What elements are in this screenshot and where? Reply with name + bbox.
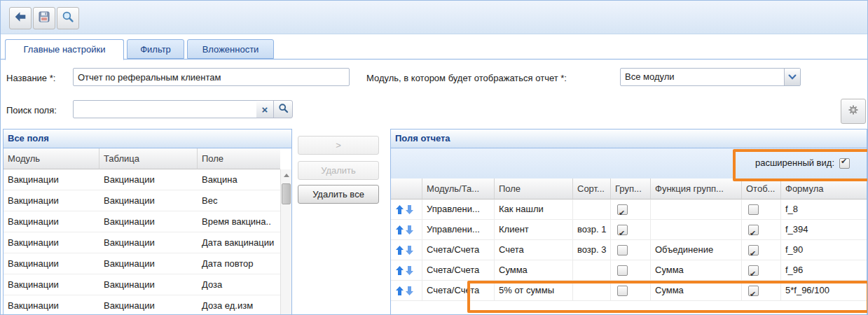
cell-module-table: Управлени... [422,200,495,219]
find-button[interactable] [57,7,79,29]
cell-table: Вакцинации [99,169,198,190]
table-row[interactable]: ВакцинацииВакцинацииВес [4,190,280,211]
back-button[interactable] [9,7,32,29]
advanced-view-label: расширенный вид: [755,158,834,168]
move-down-button[interactable] [406,286,413,295]
show-checkbox[interactable] [748,204,759,215]
table-row[interactable]: ВакцинацииВакцинацииДата вакцинации [4,232,280,253]
tabbar-baseline [1,59,867,59]
module-select-trigger[interactable] [784,69,800,85]
cell-module-table: Счета/Счета [422,281,495,300]
cell-module: Вакцинации [4,190,99,211]
settings-button[interactable] [841,99,866,124]
top-toolbar [1,1,867,34]
cell-table: Вакцинации [99,253,198,274]
all-fields-panel-title: Все поля [4,130,291,148]
delete-button[interactable]: Удалить [298,161,379,180]
cell-module-table: Счета/Счета [422,260,495,280]
cell-module: Вакцинации [4,169,99,190]
cell-group [611,281,651,300]
tab-filter[interactable]: Фильтр [127,39,184,59]
column-header-field[interactable]: Поле [198,148,280,169]
cell-field: Счета [495,240,573,260]
group-checkbox[interactable] [617,204,628,215]
move-up-button[interactable] [396,286,404,295]
scrollbar-thumb[interactable] [282,183,291,204]
table-row[interactable]: Управлени... Клиент возр. 1 f_394 [391,220,867,240]
move-right-button[interactable]: > [298,136,379,155]
cell-field: Дата вакцинации [198,232,280,253]
move-up-button[interactable] [396,246,404,255]
cell-table: Вакцинации [99,232,198,253]
move-up-button[interactable] [396,205,404,214]
magnifier-icon [62,10,74,26]
reorder-cell [391,240,422,260]
advanced-view-checkbox[interactable] [839,158,850,169]
column-header-formula[interactable]: Формула [781,178,867,200]
module-select[interactable]: Все модули [620,68,801,86]
show-checkbox[interactable] [748,265,759,276]
table-row[interactable]: ВакцинацииВакцинацииДоза [4,274,280,295]
table-row[interactable]: ВакцинацииВакцинацииВремя вакцина.. [4,211,280,232]
field-search-input[interactable] [73,100,257,118]
report-fields-panel: Поля отчета расширенный вид: Модуль/Та..… [390,129,867,315]
move-down-button[interactable] [406,225,413,234]
group-checkbox[interactable] [617,225,628,235]
report-fields-panel-title: Поля отчета [391,130,867,148]
cell-table: Вакцинации [99,190,198,211]
cell-field: Дата повтор [198,253,280,274]
gear-icon [848,104,859,118]
column-header-show[interactable]: Отоб... [742,178,781,200]
vertical-scrollbar[interactable] [280,169,291,315]
cell-formula: f_8 [781,200,867,219]
move-down-button[interactable] [406,266,413,275]
cell-group [611,260,651,280]
table-row[interactable]: ВакцинацииВакцинацииДата повтор [4,253,280,274]
chevron-down-icon [788,71,797,83]
table-row[interactable]: Счета/Счета Счета возр. 3 Объединение f_… [391,240,867,260]
table-row[interactable]: Счета/Счета Сумма Сумма f_96 [391,260,867,281]
cell-show [742,240,781,260]
cell-module-table: Счета/Счета [422,240,495,260]
cell-show [742,281,781,300]
report-name-label: Название *: [6,73,55,83]
table-row[interactable]: ВакцинацииВакцинацииДоза ед.изм [4,295,280,315]
tab-main-settings[interactable]: Главные настройки [5,39,124,60]
move-up-button[interactable] [396,225,404,234]
column-header-sort[interactable]: Сорт... [573,178,611,200]
cell-sort: возр. 3 [573,240,611,260]
table-row[interactable]: ВакцинацииВакцинацииВакцина [4,169,280,190]
move-up-button[interactable] [396,266,404,275]
report-name-input[interactable] [73,68,350,86]
all-fields-panel: Все поля Модуль Таблица Поле ВакцинацииВ… [3,129,292,315]
column-header-group[interactable]: Груп... [611,178,651,200]
column-header-module[interactable]: Модуль [4,148,99,169]
cell-field: Вакцина [198,169,280,190]
show-checkbox[interactable] [748,225,759,235]
show-checkbox[interactable] [748,245,759,255]
table-row[interactable]: Управлени... Как нашли f_8 [391,200,867,220]
group-checkbox[interactable] [617,245,628,255]
reorder-cell [391,200,422,219]
group-checkbox[interactable] [617,286,628,296]
group-checkbox[interactable] [617,265,628,276]
move-down-button[interactable] [406,205,413,214]
cell-formula: f_394 [781,220,867,239]
column-header-group-function[interactable]: Функция групп... [651,178,742,200]
save-button[interactable] [33,7,55,29]
scrollbar-up-button[interactable] [281,169,291,181]
show-checkbox[interactable] [748,286,759,296]
tab-nesting[interactable]: Вложенности [187,39,274,59]
clear-search-button[interactable]: × [256,100,274,118]
table-row-highlighted[interactable]: Счета/Счета 5% от суммы Сумма 5*f_96/100 [391,281,867,301]
cell-field: Как нашли [495,200,573,219]
move-down-button[interactable] [406,246,413,255]
column-header-field[interactable]: Поле [495,178,573,200]
field-search-button[interactable] [273,100,293,118]
column-header-reorder [391,178,422,200]
delete-all-button[interactable]: Удалить все [298,185,379,204]
column-header-module-table[interactable]: Модуль/Та... [422,178,495,200]
cell-group-function [651,220,742,239]
column-header-table[interactable]: Таблица [99,148,198,169]
save-icon [38,10,50,26]
